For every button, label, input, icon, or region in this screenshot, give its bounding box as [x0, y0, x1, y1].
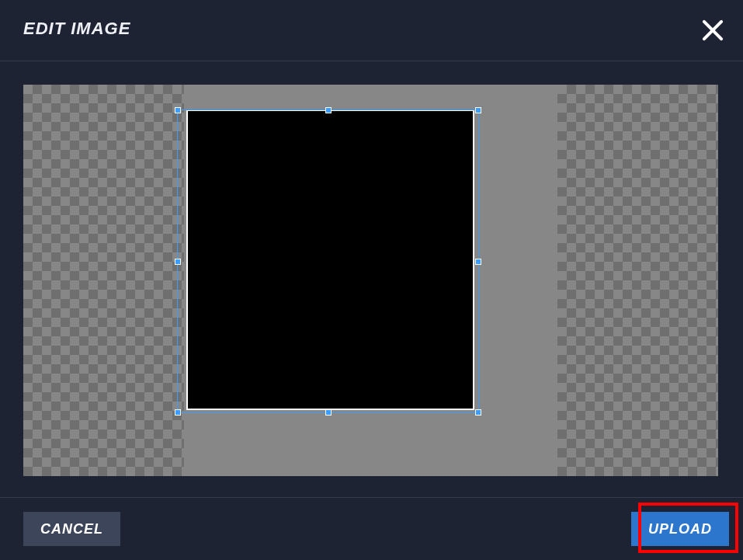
modal-title: EDIT IMAGE [23, 19, 130, 39]
transparency-checker-right [557, 85, 718, 476]
crop-handle-s[interactable] [325, 409, 332, 416]
modal-footer: CANCEL UPLOAD [0, 497, 743, 560]
upload-button[interactable]: UPLOAD [631, 512, 729, 546]
transparency-checker-left [23, 85, 184, 476]
crop-handle-n[interactable] [325, 107, 332, 113]
crop-handle-ne[interactable] [475, 107, 481, 113]
modal-header: EDIT IMAGE [0, 0, 743, 61]
edit-image-modal: EDIT IMAGE CANCEL UPLOAD [0, 0, 743, 560]
crop-box[interactable] [177, 110, 479, 413]
crop-handle-e[interactable] [475, 259, 481, 265]
crop-handle-nw[interactable] [175, 107, 181, 113]
close-button[interactable] [698, 16, 727, 45]
crop-handle-w[interactable] [175, 259, 181, 265]
cancel-button[interactable]: CANCEL [23, 512, 120, 546]
crop-handle-sw[interactable] [175, 409, 181, 416]
close-icon [698, 16, 727, 45]
image-canvas [23, 85, 718, 476]
crop-handle-se[interactable] [475, 409, 481, 416]
